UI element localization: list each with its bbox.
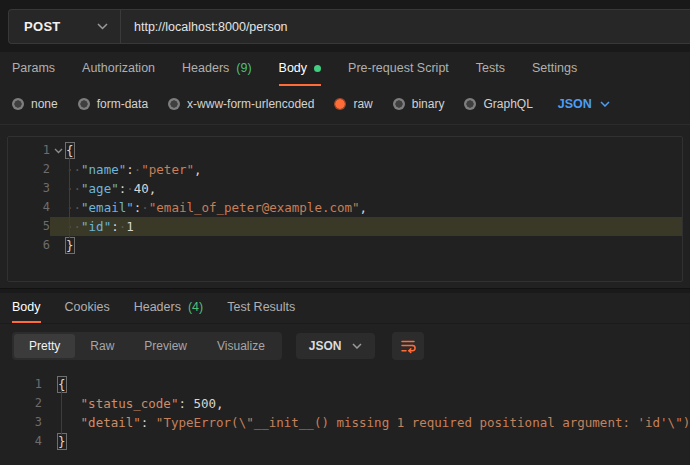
code-line[interactable]: 3··"age":·40, [8, 179, 682, 198]
request-body-editor[interactable]: 1{2··"name":·"peter",3··"age":·40,4··"em… [7, 136, 683, 282]
text-wrap-icon [399, 337, 417, 355]
tab-pre-request-script[interactable]: Pre-request Script [348, 52, 449, 86]
code-text: { [66, 141, 682, 160]
tab-count: (4) [188, 300, 203, 314]
raw-language-select[interactable]: JSON [558, 97, 610, 111]
indent-guide [61, 391, 62, 435]
tab-label: Authorization [82, 61, 155, 75]
radio-x-www-form-urlencoded[interactable]: x-www-form-urlencoded [168, 97, 314, 111]
tab-label: Settings [532, 61, 577, 75]
code-line[interactable]: 2··"name":·"peter", [8, 160, 682, 179]
request-url-bar: POST http://localhost:8000/person [0, 0, 690, 52]
method-label: POST [24, 19, 61, 34]
radio-graphql[interactable]: GraphQL [464, 97, 532, 111]
line-number: 1 [0, 375, 42, 394]
line-number: 4 [0, 432, 42, 451]
tab-body[interactable]: Body [279, 52, 322, 86]
chevron-down-icon [352, 343, 362, 349]
tab-settings[interactable]: Settings [532, 52, 577, 86]
request-code-lines: 1{2··"name":·"peter",3··"age":·40,4··"em… [8, 141, 682, 255]
chevron-down-icon [600, 101, 610, 107]
url-input[interactable]: http://localhost:8000/person [121, 10, 690, 43]
green-dot-icon [314, 65, 321, 72]
code-text: } [58, 432, 690, 451]
tab-tests[interactable]: Tests [476, 52, 505, 86]
code-text: "status_code": 500, [58, 394, 690, 413]
tab-label: Pre-request Script [348, 61, 449, 75]
line-number: 2 [0, 394, 42, 413]
radio-circle-icon [168, 98, 180, 110]
response-format-select[interactable]: JSON [296, 333, 375, 359]
code-line[interactable]: 4··"email":·"email_of_peter@example.com"… [8, 198, 682, 217]
response-tab-body[interactable]: Body [12, 293, 41, 323]
tab-count: (9) [236, 61, 251, 75]
code-line[interactable]: 1{ [8, 141, 682, 160]
radio-form-data[interactable]: form-data [78, 97, 148, 111]
response-format-label: JSON [309, 339, 342, 353]
tab-authorization[interactable]: Authorization [82, 52, 155, 86]
fold-gutter [50, 217, 66, 236]
tab-label: Body [279, 61, 308, 75]
radio-binary[interactable]: binary [393, 97, 445, 111]
code-line[interactable]: 6} [8, 236, 682, 255]
radio-label: GraphQL [483, 97, 532, 111]
radio-circle-icon [12, 98, 24, 110]
response-tab-test-results[interactable]: Test Results [227, 293, 295, 323]
code-line[interactable]: 5··"id":·1 [8, 217, 682, 236]
code-text: "detail": "TypeError(\"__init__() missin… [58, 413, 690, 432]
radio-raw[interactable]: raw [334, 97, 372, 111]
line-number: 4 [8, 198, 50, 217]
response-code-lines: 1{2 "status_code": 500,3 "detail": "Type… [0, 375, 690, 451]
radio-none[interactable]: none [12, 97, 58, 111]
line-number: 2 [8, 160, 50, 179]
response-body-viewer[interactable]: 1{2 "status_code": 500,3 "detail": "Type… [0, 369, 690, 451]
response-tab-cookies[interactable]: Cookies [65, 293, 110, 323]
line-number: 6 [8, 236, 50, 255]
radio-label: none [31, 97, 58, 111]
url-text: http://localhost:8000/person [134, 20, 288, 34]
tab-label: Headers [182, 61, 229, 75]
response-toolbar: Pretty Raw Preview Visualize JSON [0, 324, 690, 369]
fold-gutter [42, 432, 58, 451]
line-number: 1 [8, 141, 50, 160]
fold-gutter [50, 198, 66, 217]
line-number: 3 [8, 179, 50, 198]
radio-circle-icon [464, 98, 476, 110]
line-number: 3 [0, 413, 42, 432]
radio-circle-icon [393, 98, 405, 110]
tab-label: Headers [134, 300, 181, 314]
view-preview-button[interactable]: Preview [129, 334, 202, 358]
view-pretty-button[interactable]: Pretty [14, 334, 75, 358]
code-text: ··"age":·40, [66, 179, 682, 198]
fold-gutter [50, 236, 66, 255]
fold-gutter [42, 375, 58, 394]
fold-gutter [42, 413, 58, 432]
code-line[interactable]: 1{ [0, 375, 690, 394]
code-line[interactable]: 2 "status_code": 500, [0, 394, 690, 413]
radio-label: binary [412, 97, 445, 111]
tab-params[interactable]: Params [12, 52, 55, 86]
method-select[interactable]: POST [9, 10, 121, 43]
chevron-down-icon [97, 23, 108, 30]
divider [0, 124, 690, 125]
code-text: ··"email":·"email_of_peter@example.com", [66, 198, 682, 217]
fold-chevron-icon[interactable] [50, 141, 66, 160]
view-visualize-button[interactable]: Visualize [202, 334, 280, 358]
tab-label: Tests [476, 61, 505, 75]
code-line[interactable]: 3 "detail": "TypeError(\"__init__() miss… [0, 413, 690, 432]
tab-headers[interactable]: Headers (9) [182, 52, 252, 86]
view-raw-button[interactable]: Raw [75, 334, 129, 358]
code-text: ··"id":·1 [66, 217, 682, 236]
code-line[interactable]: 4} [0, 432, 690, 451]
tab-label: Cookies [65, 300, 110, 314]
radio-label: form-data [97, 97, 148, 111]
response-tab-headers[interactable]: Headers (4) [134, 293, 204, 323]
code-text: } [66, 236, 682, 255]
fold-gutter [50, 179, 66, 198]
text-wrap-button[interactable] [392, 332, 424, 360]
response-view-switcher: Pretty Raw Preview Visualize [12, 332, 282, 360]
rest-client-window: { "request_bar": { "method": "POST", "ur… [0, 0, 690, 465]
raw-language-label: JSON [558, 97, 592, 111]
tab-label: Params [12, 61, 55, 75]
fold-gutter [50, 160, 66, 179]
